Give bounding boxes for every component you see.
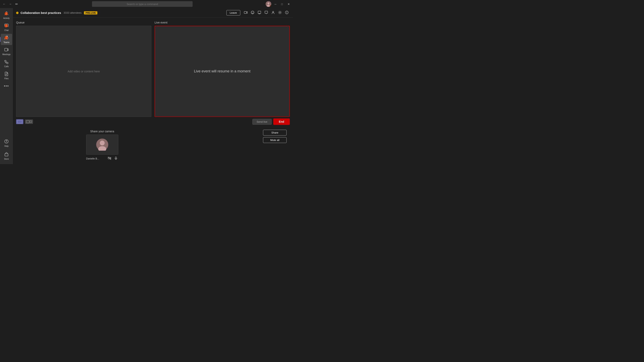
live-event-title: Live event [154,21,290,24]
attendee-count: 3333 attendees [64,11,82,14]
minimize-button[interactable]: ─ [273,2,278,6]
whiteboard-icon [258,11,261,14]
activity-label: Activity [3,17,10,19]
sidebar-item-activity[interactable]: 2 Activity [1,10,12,21]
camera-mic-button[interactable] [114,156,118,161]
app-layout: 2 Activity 1 Chat 1 [0,8,293,164]
header-icons [243,9,290,16]
camera-preview [86,135,118,155]
teams-icon: 1 [4,35,9,41]
main-content: Collaboration best practices 3333 attend… [13,8,293,164]
store-label: Store [4,158,9,160]
titlebar: ← → ✏ ─ □ ✕ [0,0,293,8]
svg-rect-4 [5,48,8,51]
help-icon [4,139,9,145]
search-input[interactable] [92,1,192,7]
emoji-icon [251,11,254,14]
bottom-controls: Send live End [13,117,293,126]
user-avatar[interactable] [266,1,271,7]
participants-button[interactable] [270,9,276,16]
teams-badge: 1 [5,36,8,39]
participants-icon [271,11,275,14]
svg-point-13 [253,12,253,12]
sidebar-item-store[interactable]: Store [1,150,12,162]
svg-point-21 [286,11,287,12]
svg-point-1 [268,2,270,4]
layout-split-button[interactable] [25,119,33,124]
reactions-button[interactable] [250,9,256,16]
layout-single-icon [17,120,22,123]
info-button[interactable] [284,9,290,16]
share-button[interactable]: Share [263,130,286,136]
camera-title: Share your camera [90,130,114,133]
files-icon [4,72,9,77]
queue-placeholder: Add video or content here [68,70,100,73]
files-label: Files [4,77,8,80]
microphone-icon [114,157,118,160]
queue-video-area[interactable]: Add video or content here [16,26,151,117]
activity-icon: 2 [4,11,9,17]
settings-icon [278,11,282,14]
chat-bubble-icon [264,11,268,14]
camera-action-buttons: Share Mute all [263,130,290,143]
close-button[interactable]: ✕ [286,2,292,6]
chat-badge: 1 [5,24,8,27]
end-button[interactable]: End [273,118,290,125]
panels-row: Queue Add video or content here Live eve… [13,18,293,117]
forward-button[interactable]: → [8,1,13,6]
sidebar-item-calls[interactable]: Calls [1,58,12,69]
sidebar-item-chat[interactable]: 1 Chat [1,22,12,33]
svg-rect-9 [5,154,8,156]
camera-icon [244,11,248,14]
camera-toggle-button[interactable] [243,9,249,16]
chat-panel-button[interactable] [263,9,269,16]
more-icon: ••• [4,84,9,88]
sidebar-item-files[interactable]: Files [1,70,12,81]
camera-area: Share your camera Danielle B... [86,130,118,161]
sidebar-item-help[interactable]: Help [1,138,12,149]
maximize-button[interactable]: □ [280,2,284,6]
svg-rect-27 [115,157,116,159]
send-live-button[interactable]: Send live [252,119,272,125]
help-label: Help [4,145,9,147]
event-title: Collaboration best practices [20,11,61,14]
compose-button[interactable]: ✏ [14,1,19,7]
camera-user-name: Danielle B... [86,157,106,160]
sidebar-item-meetings[interactable]: Meetings [1,46,12,57]
live-event-video-area: Live event will resume in a moment [154,26,290,117]
layout-split-icon [26,120,32,123]
camera-video-toggle[interactable] [107,156,112,161]
titlebar-right: ─ □ ✕ [266,1,292,7]
sidebar: 2 Activity 1 Chat 1 [0,8,13,164]
video-off-icon [108,157,111,160]
sidebar-item-more[interactable]: ••• [1,82,12,90]
camera-section: Share your camera Danielle B... [13,126,293,164]
svg-point-23 [100,141,105,145]
svg-point-18 [279,12,280,13]
layout-single-button[interactable] [16,119,23,124]
svg-rect-14 [258,11,261,13]
event-status-indicator [16,12,18,14]
sidebar-item-teams[interactable]: 1 Teams [1,34,12,45]
chat-icon: 1 [4,23,9,29]
queue-title: Queue [16,21,151,24]
meetings-label: Meetings [2,53,11,55]
live-event-message: Live event will resume in a moment [194,69,250,73]
settings-button[interactable] [277,9,283,16]
activity-badge: 2 [5,12,8,15]
titlebar-left: ← → ✏ [2,1,19,7]
pre-live-badge: PRE-LIVE [84,11,98,14]
info-icon [285,11,288,14]
camera-user-avatar [96,139,108,151]
leave-button[interactable]: Leave [226,10,240,15]
calls-label: Calls [4,65,9,67]
calls-icon [4,59,9,65]
whiteboard-button[interactable] [256,9,262,16]
event-header: Collaboration best practices 3333 attend… [13,8,293,18]
mute-all-button[interactable]: Mute all [263,137,286,143]
status-indicator [270,5,271,7]
back-button[interactable]: ← [2,1,7,6]
camera-controls-row: Danielle B... [86,156,118,161]
chat-label: Chat [4,29,8,31]
nav-buttons: ← → [2,1,13,6]
